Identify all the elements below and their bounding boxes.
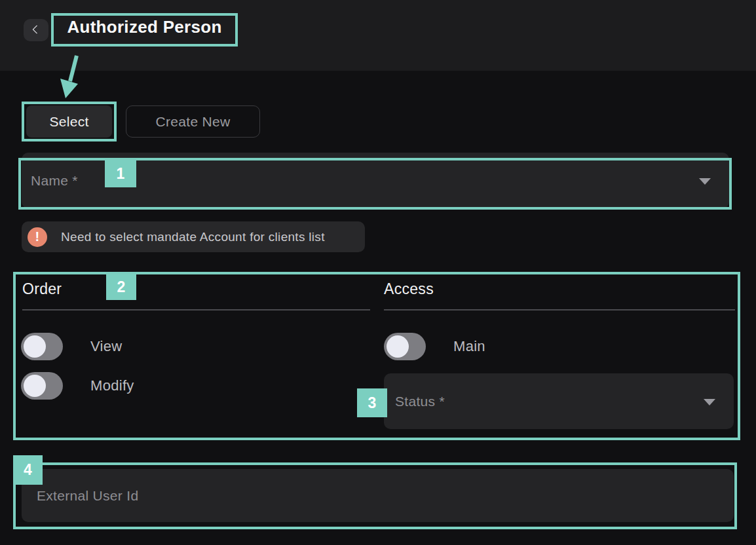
toggle-modify-switch[interactable] [21,372,63,400]
warning-icon: ! [28,227,47,247]
toggle-knob [24,375,46,397]
name-dropdown-label: Name * [31,173,78,189]
annotation-badge-3: 3 [357,388,387,417]
order-section-title: Order [22,280,62,298]
access-divider [384,309,735,310]
header-bar: Authorized Person [0,0,756,71]
back-button[interactable] [24,19,48,41]
toggle-main-label: Main [453,338,485,355]
annotation-badge-4: 4 [13,455,43,485]
status-dropdown-label: Status * [395,394,445,409]
toggle-view-switch[interactable] [21,333,63,360]
toggle-main-switch[interactable] [384,333,426,360]
external-user-id-placeholder: External User Id [37,488,138,504]
toggle-main[interactable]: Main [384,333,485,360]
toggle-knob [24,335,46,358]
order-divider [22,309,370,310]
chevron-down-icon [699,178,711,185]
toggle-modify[interactable]: Modify [21,372,134,400]
external-user-id-input[interactable]: External User Id [22,469,734,522]
chevron-left-icon [32,25,41,34]
annotation-badge-2: 2 [106,274,136,300]
annotation-badge-1: 1 [105,160,136,187]
warning-banner: ! Need to select mandate Account for cli… [22,221,365,252]
annotation-arrow [58,51,86,102]
page-title: Authorized Person [51,13,238,41]
toggle-modify-label: Modify [90,377,134,394]
chevron-down-icon [704,399,715,405]
page-title-wrap: Authorized Person [51,13,238,47]
access-section-title: Access [384,280,434,298]
toggle-view[interactable]: View [21,333,123,360]
toggle-view-label: View [90,338,123,355]
tab-create-new[interactable]: Create New [126,105,260,138]
status-dropdown[interactable]: Status * [384,373,734,429]
toggle-knob [387,335,409,358]
tab-select[interactable]: Select [26,105,112,138]
warning-message: Need to select mandate Account for clien… [61,230,325,244]
